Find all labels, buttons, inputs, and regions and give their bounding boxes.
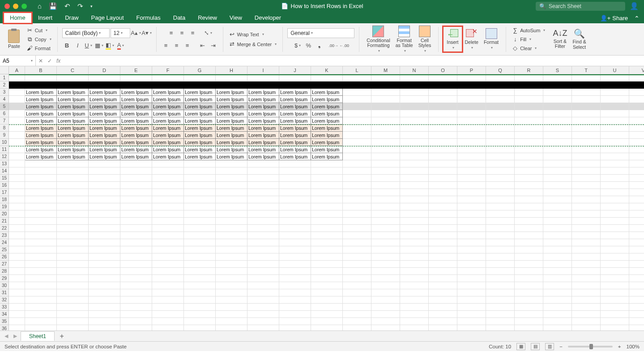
cell[interactable] xyxy=(572,239,601,246)
cell[interactable]: Lorem Ipsum xyxy=(89,103,120,110)
row-header[interactable]: 10 xyxy=(0,139,9,146)
row-header[interactable]: 25 xyxy=(0,246,9,253)
cell[interactable]: Lorem Ipsum xyxy=(25,124,57,132)
cell[interactable] xyxy=(311,318,343,325)
format-button[interactable]: Format xyxy=(481,27,501,51)
row-header[interactable]: 17 xyxy=(0,189,9,196)
cell[interactable] xyxy=(343,153,371,160)
cell[interactable] xyxy=(311,218,343,225)
cell[interactable] xyxy=(343,117,371,124)
cell[interactable] xyxy=(371,175,400,182)
cell[interactable] xyxy=(572,289,601,296)
cell[interactable] xyxy=(184,253,216,261)
cell[interactable] xyxy=(629,189,644,196)
cell[interactable] xyxy=(343,325,371,330)
cell[interactable] xyxy=(515,210,543,218)
cell[interactable] xyxy=(216,239,247,246)
cell[interactable] xyxy=(184,167,216,175)
cell[interactable] xyxy=(120,74,152,81)
cell[interactable] xyxy=(429,268,457,275)
wrap-text-button[interactable]: ↩Wrap Text xyxy=(228,31,265,38)
cell[interactable] xyxy=(89,175,120,182)
cell[interactable] xyxy=(486,196,515,203)
cell[interactable] xyxy=(629,81,644,89)
cell[interactable] xyxy=(9,160,25,167)
cell[interactable]: Lorem Ipsum xyxy=(120,96,152,103)
cell[interactable] xyxy=(601,246,629,253)
cell[interactable] xyxy=(152,275,184,282)
cell[interactable] xyxy=(57,246,89,253)
cell[interactable] xyxy=(9,210,25,218)
cell[interactable] xyxy=(457,124,486,132)
cell[interactable] xyxy=(279,74,311,81)
cell[interactable] xyxy=(572,325,601,330)
cell[interactable] xyxy=(247,167,279,175)
cell[interactable] xyxy=(515,246,543,253)
cell[interactable] xyxy=(400,96,429,103)
row-header[interactable]: 13 xyxy=(0,160,9,167)
cell[interactable] xyxy=(247,74,279,81)
cell[interactable] xyxy=(311,74,343,81)
cell[interactable] xyxy=(457,239,486,246)
cell[interactable] xyxy=(457,175,486,182)
cell[interactable] xyxy=(216,225,247,232)
tab-page-layout[interactable]: Page Layout xyxy=(85,13,130,23)
cell[interactable] xyxy=(57,318,89,325)
cell[interactable]: Lorem Ipsum xyxy=(152,110,184,117)
cell[interactable] xyxy=(371,239,400,246)
cell[interactable] xyxy=(152,268,184,275)
column-header[interactable]: I xyxy=(247,66,279,74)
cell[interactable]: Lorem Ipsum xyxy=(152,124,184,132)
cell[interactable] xyxy=(457,325,486,330)
align-bottom-button[interactable]: ≡ xyxy=(188,28,198,38)
cell[interactable]: Lorem Ipsum xyxy=(247,124,279,132)
cell[interactable] xyxy=(152,261,184,268)
cell[interactable] xyxy=(343,318,371,325)
cell[interactable] xyxy=(9,296,25,304)
cell[interactable]: Lorem Ipsum xyxy=(216,139,247,146)
tab-developer[interactable]: Developer xyxy=(248,13,287,23)
cell[interactable] xyxy=(279,203,311,210)
column-header[interactable]: K xyxy=(311,66,343,74)
cell[interactable] xyxy=(543,246,572,253)
cell[interactable] xyxy=(57,282,89,289)
cell[interactable] xyxy=(457,160,486,167)
cell[interactable] xyxy=(89,318,120,325)
cell[interactable] xyxy=(629,232,644,239)
row-header[interactable]: 21 xyxy=(0,218,9,225)
cell[interactable] xyxy=(343,261,371,268)
align-left-button[interactable]: ≡ xyxy=(161,41,171,51)
cell[interactable]: Lorem Ipsum xyxy=(184,139,216,146)
cell[interactable]: Lorem Ipsum xyxy=(120,103,152,110)
fill-button[interactable]: ↓Fill xyxy=(511,36,546,43)
cell[interactable] xyxy=(543,139,572,146)
cell[interactable] xyxy=(400,210,429,218)
row-header[interactable]: 30 xyxy=(0,282,9,289)
cell[interactable] xyxy=(343,110,371,117)
percent-button[interactable]: % xyxy=(303,41,313,51)
cell[interactable] xyxy=(457,153,486,160)
cell[interactable] xyxy=(9,146,25,153)
cell[interactable] xyxy=(515,103,543,110)
cell[interactable]: Lorem Ipsum xyxy=(184,110,216,117)
cell[interactable] xyxy=(543,96,572,103)
cell[interactable] xyxy=(57,289,89,296)
cell[interactable] xyxy=(371,196,400,203)
cell[interactable] xyxy=(572,189,601,196)
normal-view-icon[interactable]: ▦ xyxy=(516,343,525,350)
cell[interactable] xyxy=(457,268,486,275)
cell[interactable] xyxy=(57,268,89,275)
cell[interactable] xyxy=(543,304,572,311)
cell[interactable] xyxy=(429,196,457,203)
cell[interactable] xyxy=(429,74,457,81)
add-sheet-button[interactable]: + xyxy=(56,332,67,340)
cell[interactable] xyxy=(429,304,457,311)
save-icon[interactable]: 💾 xyxy=(49,2,57,10)
cell[interactable] xyxy=(457,139,486,146)
cell[interactable] xyxy=(343,167,371,175)
orientation-button[interactable]: ⤡ xyxy=(203,28,213,38)
cell[interactable] xyxy=(601,203,629,210)
cell[interactable] xyxy=(543,175,572,182)
cell[interactable] xyxy=(572,218,601,225)
cell[interactable] xyxy=(429,124,457,132)
